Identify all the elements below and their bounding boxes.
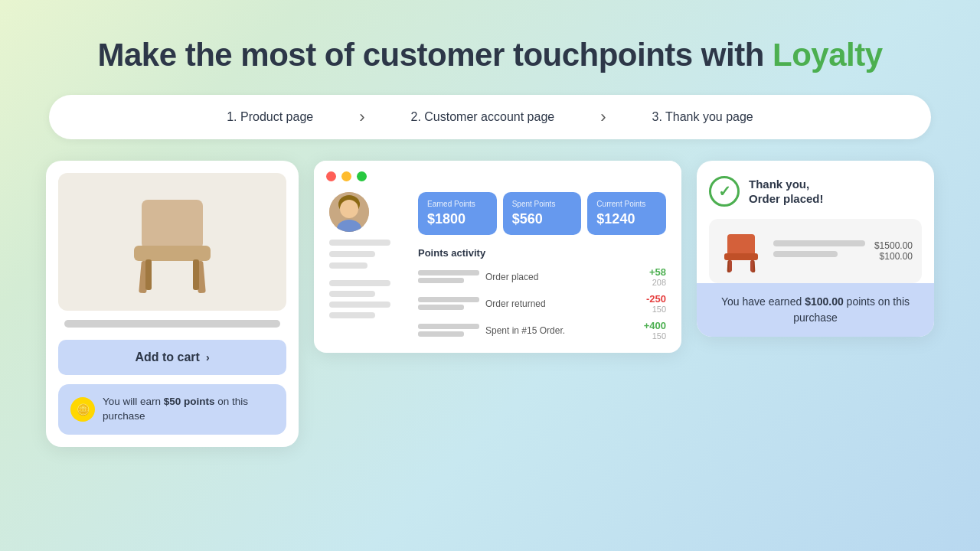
thank-you-card: ✓ Thank you,Order placed! [697, 161, 934, 337]
svg-rect-14 [729, 260, 732, 272]
avatar-line-7 [329, 312, 375, 318]
chair-illustration [119, 184, 226, 299]
coin-icon: 🪙 [70, 397, 95, 422]
steps-bar: 1. Product page › 2. Customer account pa… [49, 95, 931, 139]
activity-main-3: +400 [644, 320, 666, 331]
svg-rect-15 [750, 260, 753, 272]
spent-points-value: $560 [512, 211, 573, 227]
current-points-value: $1240 [596, 211, 657, 227]
step-arrow-2: › [600, 107, 606, 127]
activity-sub-1: 208 [649, 278, 666, 287]
earned-text-start: You have earned [721, 295, 805, 308]
points-activity-title: Points activity [418, 247, 666, 259]
activity-rows: Order placed +58 208 [418, 266, 666, 341]
add-to-cart-button[interactable]: Add to cart › [58, 340, 286, 375]
step-3[interactable]: 3. Thank you page [606, 110, 799, 124]
activity-row-1: Order placed +58 208 [418, 266, 666, 287]
spent-points-card: Spent Points $560 [503, 192, 582, 235]
thank-you-text: Thank you,Order placed! [749, 177, 824, 207]
account-right-panel: Earned Points $1800 Spent Points $560 Cu… [418, 192, 666, 341]
activity-bars-2 [418, 297, 479, 310]
activity-main-1: +58 [649, 266, 666, 278]
browser-bar [314, 161, 681, 192]
price-discount: $100.00 [874, 251, 913, 262]
browser-dot-yellow [341, 171, 351, 181]
avatar-line-6 [329, 302, 390, 308]
browser-dot-red [326, 171, 336, 181]
svg-rect-0 [142, 200, 203, 249]
earned-points-label: Earned Points [427, 200, 488, 208]
order-bar-2 [773, 251, 838, 257]
account-left-panel [329, 192, 406, 341]
header: Make the most of customer touchpoints wi… [0, 0, 980, 95]
step-1[interactable]: 1. Product page [181, 110, 359, 124]
avatar-line-3 [329, 262, 368, 269]
activity-values-1: +58 208 [649, 266, 666, 287]
earned-amount: $100.00 [805, 295, 844, 308]
current-points-card: Current Points $1240 [587, 192, 666, 235]
thank-you-header: ✓ Thank you,Order placed! [709, 176, 922, 207]
svg-rect-10 [727, 234, 755, 256]
step-arrow-1: › [359, 107, 364, 127]
points-cards-row: Earned Points $1800 Spent Points $560 Cu… [418, 192, 666, 235]
earned-points-badge: You have earned $100.00 points on this p… [697, 283, 934, 337]
activity-label-2: Order returned [485, 298, 640, 309]
product-page-card: Add to cart › 🪙 You will earn $50 points… [46, 161, 299, 447]
step-2[interactable]: 2. Customer account page [365, 110, 601, 124]
spent-points-label: Spent Points [512, 200, 573, 208]
page-title: Make the most of customer touchpoints wi… [15, 37, 965, 73]
activity-label-3: Spent in #15 Order. [485, 325, 638, 336]
avatar-line-5 [329, 291, 375, 297]
activity-row-3: Spent in #15 Order. +400 150 [418, 320, 666, 341]
activity-bars-1 [418, 270, 479, 283]
product-rating-bar [64, 320, 280, 328]
cards-container: Add to cart › 🪙 You will earn $50 points… [0, 139, 980, 447]
customer-account-card: Earned Points $1800 Spent Points $560 Cu… [314, 161, 681, 353]
svg-rect-11 [724, 253, 758, 260]
loyalty-earn-text: You will earn $50 points on this purchas… [103, 395, 274, 424]
thank-you-body: ✓ Thank you,Order placed! [697, 161, 934, 283]
order-product-area: $1500.00 $100.00 [709, 219, 922, 283]
price-original: $1500.00 [874, 240, 913, 251]
activity-values-2: -250 150 [646, 293, 666, 314]
avatar-placeholder-lines [329, 240, 406, 318]
avatar-line-1 [329, 240, 390, 246]
product-image-area [58, 173, 286, 311]
order-bar-1 [773, 240, 865, 246]
order-prices: $1500.00 $100.00 [874, 240, 913, 262]
activity-sub-3: 150 [644, 331, 666, 341]
avatar [329, 192, 369, 232]
account-body: Earned Points $1800 Spent Points $560 Cu… [314, 192, 681, 353]
check-circle-icon: ✓ [709, 176, 740, 207]
avatar-line-4 [329, 280, 390, 286]
order-chair-image [718, 228, 764, 274]
activity-row-2: Order returned -250 150 [418, 293, 666, 314]
points-activity-section: Points activity Order placed +58 208 [418, 247, 666, 341]
title-highlight: Loyalty [773, 37, 883, 73]
earned-points-value: $1800 [427, 211, 488, 227]
earned-points-card: Earned Points $1800 [418, 192, 497, 235]
title-text: Make the most of customer touchpoints wi… [97, 37, 773, 73]
activity-sub-2: 150 [646, 305, 666, 314]
current-points-label: Current Points [596, 200, 657, 208]
svg-rect-1 [134, 246, 211, 261]
add-to-cart-label: Add to cart [135, 350, 199, 364]
loyalty-earn-badge: 🪙 You will earn $50 points on this purch… [58, 384, 286, 435]
checkmark-icon: ✓ [718, 182, 731, 201]
chevron-right-icon: › [206, 351, 210, 364]
avatar-line-2 [329, 251, 375, 257]
browser-dot-green [357, 171, 367, 181]
svg-point-8 [340, 200, 358, 218]
activity-values-3: +400 150 [644, 320, 666, 341]
order-details [773, 240, 865, 262]
svg-rect-4 [145, 259, 152, 290]
svg-rect-5 [193, 259, 199, 290]
activity-main-2: -250 [646, 293, 666, 305]
activity-label-1: Order placed [485, 272, 643, 282]
activity-bars-3 [418, 324, 479, 337]
